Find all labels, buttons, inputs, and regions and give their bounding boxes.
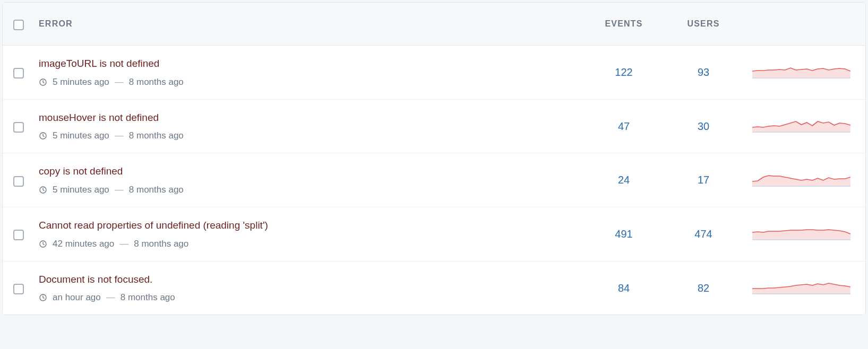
errors-table: ERROR EVENTS USERS imageToURL is not def… (2, 2, 866, 315)
error-title[interactable]: copy is not defined (39, 165, 573, 178)
error-title[interactable]: mouseHover is not defined (39, 111, 573, 125)
sparkline (752, 116, 850, 137)
error-meta: an hour ago—8 months ago (39, 292, 573, 303)
error-cell: copy is not defined5 minutes ago—8 month… (35, 165, 584, 195)
table-row: Document is not focused.an hour ago—8 mo… (3, 261, 865, 315)
clock-icon (39, 78, 47, 86)
time-separator: — (119, 239, 128, 249)
users-count[interactable]: 17 (664, 174, 743, 186)
last-seen: 5 minutes ago (53, 185, 109, 195)
error-title[interactable]: Document is not focused. (39, 273, 573, 286)
last-seen: 5 minutes ago (53, 77, 109, 88)
row-checkbox[interactable] (13, 68, 24, 78)
table-row: Cannot read properties of undefined (rea… (3, 207, 865, 261)
table-row: mouseHover is not defined5 minutes ago—8… (3, 100, 865, 154)
sparkline (752, 62, 850, 83)
row-checkbox[interactable] (13, 230, 24, 240)
error-meta: 42 minutes ago—8 months ago (39, 239, 573, 249)
users-count[interactable]: 93 (664, 66, 743, 78)
first-seen: 8 months ago (129, 130, 184, 141)
events-count[interactable]: 84 (584, 282, 664, 294)
clock-icon (39, 240, 47, 248)
error-meta: 5 minutes ago—8 months ago (39, 77, 573, 88)
users-count[interactable]: 30 (664, 120, 743, 133)
row-checkbox[interactable] (13, 122, 24, 133)
last-seen: 5 minutes ago (53, 130, 109, 141)
error-meta: 5 minutes ago—8 months ago (39, 185, 573, 195)
clock-icon (39, 293, 47, 302)
sparkline (752, 223, 850, 245)
first-seen: 8 months ago (121, 292, 175, 303)
column-header-error[interactable]: ERROR (35, 19, 584, 29)
events-count[interactable]: 24 (584, 174, 664, 186)
sparkline-cell (743, 170, 865, 191)
sparkline (752, 170, 850, 191)
error-title[interactable]: Cannot read properties of undefined (rea… (39, 219, 573, 232)
first-seen: 8 months ago (129, 77, 184, 88)
sparkline-cell (743, 62, 865, 83)
error-cell: Cannot read properties of undefined (rea… (35, 219, 584, 249)
time-separator: — (115, 77, 124, 88)
table-header: ERROR EVENTS USERS (3, 3, 865, 46)
users-count[interactable]: 474 (664, 228, 743, 240)
first-seen: 8 months ago (134, 239, 188, 249)
time-separator: — (106, 292, 115, 303)
time-separator: — (115, 185, 124, 195)
error-cell: Document is not focused.an hour ago—8 mo… (35, 273, 584, 303)
time-separator: — (115, 130, 124, 141)
row-checkbox[interactable] (13, 176, 24, 187)
error-meta: 5 minutes ago—8 months ago (39, 130, 573, 141)
column-header-events[interactable]: EVENTS (584, 19, 664, 29)
events-count[interactable]: 47 (584, 120, 664, 133)
column-header-users[interactable]: USERS (664, 19, 743, 29)
events-count[interactable]: 122 (584, 66, 664, 78)
last-seen: an hour ago (53, 292, 101, 303)
table-body: imageToURL is not defined5 minutes ago—8… (3, 46, 865, 315)
select-all-checkbox[interactable] (13, 20, 24, 30)
clock-icon (39, 186, 47, 194)
sparkline-cell (743, 116, 865, 137)
error-cell: imageToURL is not defined5 minutes ago—8… (35, 57, 584, 88)
sparkline-cell (743, 223, 865, 245)
row-checkbox[interactable] (13, 284, 24, 294)
table-row: copy is not defined5 minutes ago—8 month… (3, 153, 865, 207)
error-title[interactable]: imageToURL is not defined (39, 57, 573, 71)
clock-icon (39, 132, 47, 140)
error-cell: mouseHover is not defined5 minutes ago—8… (35, 111, 584, 142)
events-count[interactable]: 491 (584, 228, 664, 240)
sparkline (752, 277, 850, 299)
sparkline-cell (743, 277, 865, 299)
table-row: imageToURL is not defined5 minutes ago—8… (3, 46, 865, 100)
first-seen: 8 months ago (129, 185, 184, 195)
users-count[interactable]: 82 (664, 282, 743, 294)
last-seen: 42 minutes ago (53, 239, 114, 249)
